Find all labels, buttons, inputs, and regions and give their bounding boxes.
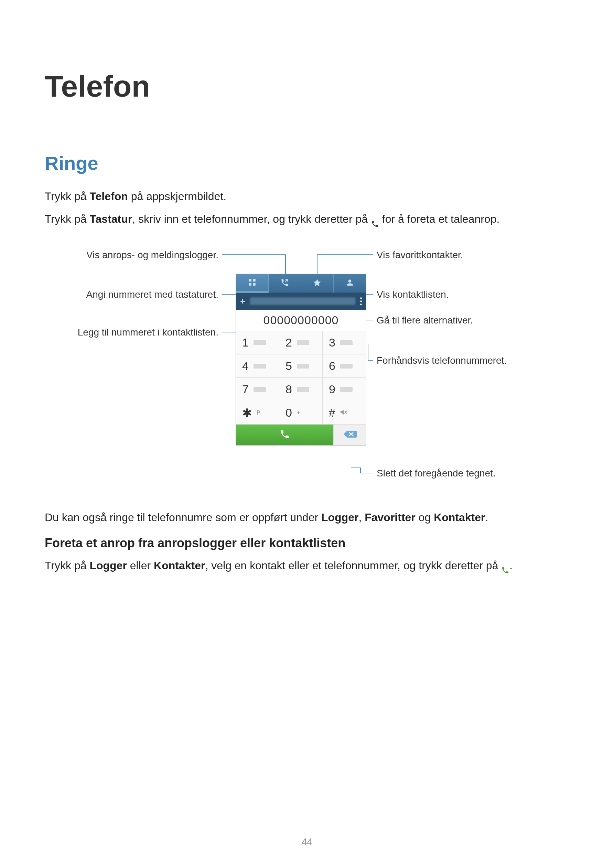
letters-placeholder — [253, 387, 266, 392]
digit: 9 — [329, 383, 336, 396]
callout-label: Legg til nummeret i kontaktlisten. — [45, 327, 218, 338]
key-5[interactable]: 5 — [279, 354, 323, 378]
tab-keypad[interactable] — [236, 274, 269, 293]
svg-rect-3 — [253, 283, 256, 286]
callout-label: Gå til flere alternativer. — [377, 315, 473, 326]
svg-rect-2 — [249, 283, 252, 286]
phone-icon — [280, 429, 290, 441]
text: og — [415, 511, 434, 524]
digit: 5 — [286, 359, 292, 373]
text: , skriv inn et telefonnummer, og trykk d… — [132, 213, 371, 225]
callout-label: Vis favorittkontakter. — [377, 250, 463, 260]
callout-label: Angi nummeret med tastaturet. — [45, 289, 218, 300]
paragraph: Du kan også ringe til telefonnumre som e… — [45, 509, 569, 525]
text: eller — [127, 559, 154, 572]
text-bold: Kontakter — [154, 559, 205, 572]
paragraph: Trykk på Logger eller Kontakter, velg en… — [45, 557, 569, 574]
key-3[interactable]: 3 — [323, 331, 366, 354]
phone-icon — [501, 563, 510, 570]
text-bold: Tastatur — [89, 213, 132, 225]
svg-rect-0 — [249, 279, 252, 282]
text: Trykk på — [45, 213, 89, 225]
dialer-mock: + 00000000000 1 2 3 4 5 6 7 8 9 ✱P 0+ # — [236, 274, 366, 445]
tab-favorites[interactable] — [301, 274, 334, 293]
phone-icon — [371, 216, 379, 224]
subsection-heading: Foreta et anrop fra anropslogger eller k… — [45, 536, 569, 550]
digit: ✱ — [242, 406, 252, 420]
star-icon — [313, 278, 322, 288]
digit: 3 — [329, 336, 336, 349]
text: for å foreta et taleanrop. — [379, 213, 499, 225]
digit: 0 — [286, 406, 292, 419]
letters-placeholder — [340, 364, 353, 369]
text: Trykk på — [45, 190, 89, 203]
callout-label: Vis anrops- og meldingslogger. — [45, 250, 218, 260]
letters-placeholder — [297, 340, 309, 345]
dialer-header: + — [236, 293, 366, 310]
person-icon — [345, 278, 354, 288]
text-bold: Logger — [321, 511, 358, 524]
callout-label: Slett det foregående tegnet. — [377, 468, 496, 479]
letters-placeholder — [253, 364, 266, 369]
letters-placeholder — [340, 340, 353, 345]
dialer-diagram: Vis anrops- og meldingslogger. Angi numm… — [45, 241, 569, 488]
digit: 6 — [329, 359, 336, 373]
backspace-icon — [343, 430, 357, 440]
digit: 2 — [286, 336, 292, 349]
paragraph: Trykk på Telefon på appskjermbildet. — [45, 188, 569, 205]
key-4[interactable]: 4 — [236, 354, 279, 378]
dialer-tabs — [236, 274, 366, 293]
key-star[interactable]: ✱P — [236, 401, 279, 425]
text: på appskjermbildet. — [128, 190, 226, 203]
page-title: Telefon — [45, 69, 569, 104]
letters-placeholder — [297, 364, 309, 369]
section-heading: Ringe — [45, 152, 569, 174]
digit: 1 — [242, 336, 249, 349]
text-bold: Logger — [89, 559, 127, 572]
keypad-icon — [248, 278, 256, 288]
text: . — [485, 511, 488, 524]
key-1[interactable]: 1 — [236, 331, 279, 354]
page-number: 44 — [0, 836, 614, 847]
key-9[interactable]: 9 — [323, 378, 366, 401]
key-0[interactable]: 0+ — [279, 401, 323, 425]
subchar: + — [297, 410, 300, 416]
text-bold: Telefon — [89, 190, 127, 203]
more-options-button[interactable] — [360, 298, 362, 305]
key-hash[interactable]: # — [323, 401, 366, 425]
key-2[interactable]: 2 — [279, 331, 323, 354]
tab-contacts[interactable] — [334, 274, 366, 293]
tab-logs[interactable] — [269, 274, 301, 293]
paragraph: Trykk på Tastatur, skriv inn et telefonn… — [45, 211, 569, 227]
keypad: 1 2 3 4 5 6 7 8 9 ✱P 0+ # — [236, 331, 366, 425]
letters-placeholder — [340, 387, 353, 392]
svg-rect-1 — [253, 279, 256, 282]
text-bold: Favoritter — [365, 511, 415, 524]
digit: 4 — [242, 359, 249, 373]
text: Trykk på — [45, 559, 89, 572]
letters-placeholder — [297, 387, 309, 392]
backspace-button[interactable] — [333, 425, 366, 445]
text-bold: Kontakter — [434, 511, 485, 524]
key-6[interactable]: 6 — [323, 354, 366, 378]
text: , — [358, 511, 365, 524]
digit: # — [329, 406, 336, 419]
text: Du kan også ringe til telefonnumre som e… — [45, 511, 321, 524]
add-to-contacts-button[interactable]: + — [240, 296, 245, 307]
digit: 8 — [286, 383, 292, 396]
text: . — [510, 559, 513, 572]
number-display: 00000000000 — [236, 310, 366, 331]
callout-label: Vis kontaktlisten. — [377, 289, 449, 300]
phone-arrow-icon — [280, 278, 289, 288]
callout-label: Forhåndsvis telefonnummeret. — [377, 355, 507, 366]
digit: 7 — [242, 383, 249, 396]
mute-icon — [340, 410, 347, 416]
dialer-bottom-row — [236, 425, 366, 445]
key-7[interactable]: 7 — [236, 378, 279, 401]
call-button[interactable] — [236, 425, 333, 445]
text: , velg en kontakt eller et telefonnummer… — [205, 559, 501, 572]
subchar: P — [256, 410, 260, 416]
voicemail-icon — [253, 340, 266, 345]
key-8[interactable]: 8 — [279, 378, 323, 401]
number-preview-blur — [250, 298, 355, 305]
